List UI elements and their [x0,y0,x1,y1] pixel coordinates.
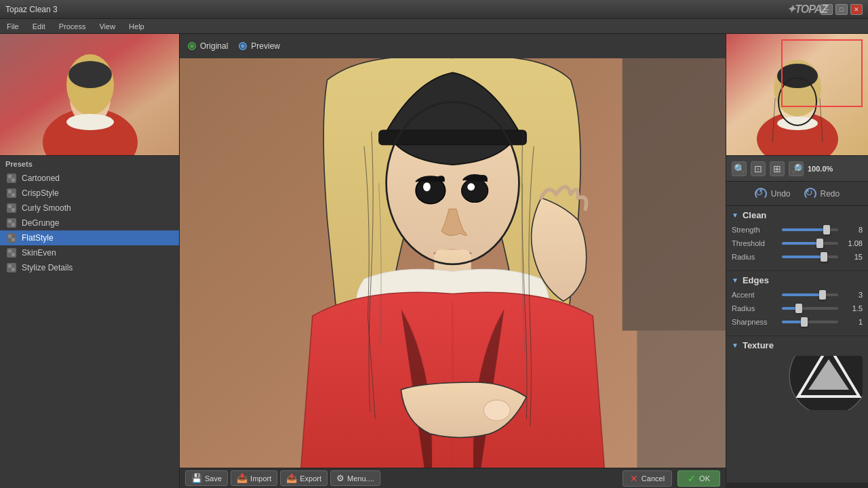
preset-icon-stylizedetails [7,263,16,272]
edges-radius-param-row: Radius 1.5 [732,304,863,312]
clean-radius-label: Radius [732,253,779,261]
import-button[interactable]: 📥 Import [231,470,277,486]
svg-point-13 [462,179,488,203]
threshold-param-row: Threshold 1.08 [732,239,863,247]
preview-thumbnail [726,34,868,156]
preset-cartooned[interactable]: Cartooned [0,171,179,186]
preset-icon-flatstyle [7,233,16,243]
clean-radius-value: 15 [841,253,863,261]
topaz-logo: ✦TOPAZ [787,3,827,16]
preset-stylizedetails[interactable]: Stylize Details [0,260,179,275]
strength-param-row: Strength 8 [732,226,863,234]
preset-flatstyle[interactable]: FlatStyle [0,230,179,245]
zoom-out-button[interactable]: 🔍 [732,161,747,176]
strength-value: 8 [841,226,863,234]
canvas-toolbar: Original Preview [180,34,726,58]
left-panel: Presets Cartooned CrispStyle Curly Smoot… [0,34,180,488]
zoom-bar: 🔍 ⊡ ⊞ 🔎 100.0% [726,156,868,182]
threshold-slider[interactable] [782,242,838,245]
presets-label: Presets [0,156,179,171]
sharpness-value: 1 [841,318,863,326]
main-layout: Presets Cartooned CrispStyle Curly Smoot… [0,34,868,488]
cancel-button[interactable]: ✕ Cancel [623,470,672,487]
right-panel: 🔍 ⊡ ⊞ 🔎 100.0% Undo Redo ▼ Clean [726,34,868,488]
strength-slider-fill [782,228,827,231]
presets-list: Cartooned CrispStyle Curly Smooth DeGrun… [0,171,179,488]
texture-section-title: Texture [743,340,774,350]
svg-point-6 [66,114,114,130]
zoom-in-button[interactable]: 🔎 [789,161,804,176]
maximize-button[interactable]: □ [835,4,848,15]
edges-radius-slider[interactable] [782,307,838,310]
undo-redo-bar: Undo Redo [726,182,868,206]
zoom-fit-button[interactable]: ⊡ [751,161,766,176]
undo-icon [755,188,767,200]
bottom-right-buttons: ✕ Cancel ✓ OK [623,470,720,487]
strength-slider[interactable] [782,228,838,231]
preview-radio[interactable] [239,42,247,50]
edges-collapse-arrow: ▼ [732,277,738,284]
preset-icon-crispstyle [7,188,16,198]
menu-button[interactable]: ⚙ Menu.... [330,470,380,486]
strength-label: Strength [732,226,779,234]
preset-curlysmooth[interactable]: Curly Smooth [0,201,179,216]
texture-section-header[interactable]: ▼ Texture [732,340,863,350]
menu-process[interactable]: Process [55,21,90,32]
accent-label: Accent [732,291,779,299]
svg-point-15 [467,183,475,190]
edges-radius-value: 1.5 [841,304,863,312]
edges-section: ▼ Edges Accent 3 Radius 1.5 [726,271,868,336]
edges-section-header[interactable]: ▼ Edges [732,275,863,285]
redo-button[interactable]: Redo [804,188,840,200]
undo-button[interactable]: Undo [755,188,791,200]
sharpness-slider-thumb[interactable] [801,317,808,327]
accent-slider-fill [782,293,823,296]
clean-section-header[interactable]: ▼ Clean [732,210,863,220]
menu-file[interactable]: File [3,21,23,32]
menu-view[interactable]: View [95,21,119,32]
redo-icon [804,188,816,200]
sharpness-slider[interactable] [782,321,838,323]
export-button[interactable]: 📤 Export [280,470,328,486]
clean-radius-slider-thumb[interactable] [821,252,827,262]
bottom-toolbar: 💾 Save 📥 Import 📤 Export ⚙ Menu.... ✕ Ca… [180,468,726,488]
strength-slider-thumb[interactable] [823,225,830,235]
main-canvas-image [180,58,726,488]
view-original-toggle[interactable]: Original [188,41,228,51]
clean-section-title: Clean [743,210,766,220]
view-preview-toggle[interactable]: Preview [239,41,280,51]
topaz-watermark [788,356,863,410]
zoom-value: 100.0% [808,165,833,173]
preset-degrunge[interactable]: DeGrunge [0,216,179,230]
save-icon: 💾 [191,473,202,483]
menu-bar: File Edit Process View Help [0,19,868,34]
menu-edit[interactable]: Edit [28,21,50,32]
preset-skineven[interactable]: SkinEven [0,245,179,260]
texture-collapse-arrow: ▼ [732,342,738,349]
clean-section: ▼ Clean Strength 8 Threshold 1.08 [726,206,868,271]
edges-radius-slider-thumb[interactable] [795,304,802,313]
threshold-slider-thumb[interactable] [816,239,823,248]
preset-icon-curlysmooth [7,203,16,213]
svg-rect-9 [637,331,726,488]
accent-slider-thumb[interactable] [819,290,826,300]
ok-button[interactable]: ✓ OK [677,470,720,487]
svg-point-5 [68,61,112,88]
menu-help[interactable]: Help [125,21,149,32]
accent-value: 3 [841,291,863,299]
svg-point-14 [423,182,431,191]
clean-radius-slider[interactable] [782,256,838,258]
preset-crispstyle[interactable]: CrispStyle [0,186,179,201]
scroll-end-indicator [726,483,868,488]
clean-radius-slider-fill [782,256,824,258]
close-button[interactable]: ✕ [850,4,863,15]
accent-slider[interactable] [782,293,838,296]
original-radio[interactable] [188,42,196,50]
accent-param-row: Accent 3 [732,291,863,299]
save-button[interactable]: 💾 Save [185,470,228,486]
source-thumbnail [0,34,179,155]
topaz-logo-area [732,356,863,410]
zoom-1x-button[interactable]: ⊞ [770,161,785,176]
canvas-area[interactable]: Original Preview [180,34,726,488]
sharpness-label: Sharpness [732,318,779,326]
